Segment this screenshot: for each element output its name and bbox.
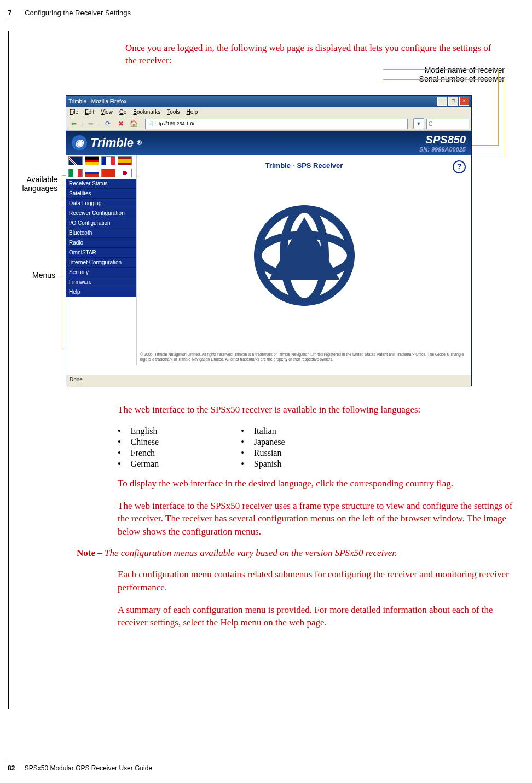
trimble-logo: ◉ Trimble® — [72, 135, 142, 150]
sidebar-item[interactable]: Receiver Status — [66, 179, 136, 189]
list-item: French — [118, 448, 159, 459]
languages-intro: The web interface to the SPSx50 receiver… — [118, 403, 516, 416]
sidebar-item[interactable]: Data Logging — [66, 199, 136, 208]
help-icon[interactable]: ? — [453, 160, 466, 173]
note-label: Note – — [77, 548, 105, 558]
minimize-button[interactable]: _ — [437, 97, 447, 106]
sidebar-item[interactable]: Radio — [66, 238, 136, 248]
toolbar: ⬅ · ➡ · ⟳ ✖ 🏠 📄 http://169.254.1.0/ ▼ G — [66, 117, 471, 131]
it-flag[interactable] — [68, 169, 83, 177]
es-flag[interactable] — [118, 156, 132, 165]
submenu-paragraph: Each configuration menu contains related… — [118, 568, 516, 594]
list-item: German — [118, 459, 159, 469]
page-number: 82 — [8, 764, 15, 772]
menu-tools[interactable]: Tools — [167, 109, 180, 115]
menu-list: Receiver StatusSatellitesData LoggingRec… — [66, 179, 136, 297]
menu-help[interactable]: Help — [187, 109, 198, 115]
callout-line — [62, 175, 62, 199]
window-title: Trimble - Mozilla Firefox — [68, 98, 126, 105]
menu-edit[interactable]: Edit — [85, 109, 94, 115]
svg-marker-3 — [269, 217, 340, 280]
flag-row-2 — [66, 167, 136, 179]
list-item: English — [118, 426, 159, 437]
language-list: EnglishChineseFrenchGerman ItalianJapane… — [118, 426, 532, 469]
jp-flag[interactable] — [118, 169, 132, 177]
list-item: Russian — [241, 448, 285, 459]
sidebar-item[interactable]: Internet Configuration — [66, 258, 136, 268]
status-bar: Done — [66, 375, 471, 387]
sidebar-item[interactable]: Bluetooth — [66, 228, 136, 238]
trimble-banner: ◉ Trimble® SPS850 SN: 9999A00025 — [66, 131, 471, 155]
footer-title: SPSx50 Modular GPS Receiver User Guide — [25, 764, 152, 772]
menu-bookmarks[interactable]: Bookmarks — [133, 109, 160, 115]
trimble-globe-logo — [250, 201, 359, 310]
sidebar-item[interactable]: Help — [66, 287, 136, 297]
page-footer: 82 SPSx50 Modular GPS Receiver User Guid… — [8, 761, 521, 772]
search-input[interactable]: G — [426, 119, 469, 129]
ru-flag[interactable] — [85, 169, 99, 177]
serial-label: SN: 9999A00025 — [419, 146, 466, 153]
de-flag[interactable] — [85, 156, 99, 165]
back-icon[interactable]: ⬅ — [68, 118, 79, 129]
callout-line — [498, 69, 499, 146]
page-icon: 📄 — [147, 121, 153, 126]
callout-serial-label: Serial number of receiver — [419, 74, 505, 83]
chapter-title: Configuring the Receiver Settings — [25, 9, 131, 17]
frame-paragraph: The web interface to the SPSx50 receiver… — [118, 500, 516, 538]
content-area: Trimble - SPS Receiver ? © 2005, Trimble… — [136, 155, 471, 365]
uk-flag[interactable] — [68, 156, 83, 165]
callout-line — [62, 207, 62, 349]
cn-flag[interactable] — [101, 169, 115, 177]
menu-go[interactable]: Go — [119, 109, 126, 115]
sidebar-item[interactable]: Security — [66, 268, 136, 277]
callout-model-serial: Model name of receiver Serial number of … — [419, 66, 505, 83]
home-icon[interactable]: 🏠 — [129, 118, 140, 129]
browser-viewport: ◉ Trimble® SPS850 SN: 9999A00025 Receive… — [66, 131, 471, 375]
callout-model-label: Model name of receiver — [419, 66, 505, 74]
url-text: http://169.254.1.0/ — [155, 121, 195, 126]
model-label: SPS850 — [419, 134, 466, 146]
sidebar-item[interactable]: OmniSTAR — [66, 248, 136, 258]
note-paragraph: Note – The configuration menus available… — [77, 548, 510, 559]
sidebar-item[interactable]: Satellites — [66, 189, 136, 199]
separator: · — [99, 121, 100, 127]
url-input[interactable]: 📄 http://169.254.1.0/ — [145, 119, 408, 129]
close-button[interactable]: × — [459, 97, 469, 106]
callout-line — [383, 79, 504, 80]
separator: · — [82, 121, 83, 127]
sidebar-item[interactable]: I/O Configuration — [66, 218, 136, 228]
titlebar[interactable]: Trimble - Mozilla Firefox _ □ × — [66, 96, 471, 107]
menubar: File Edit View Go Bookmarks Tools Help — [66, 107, 471, 117]
intro-paragraph: Once you are logged in, the following we… — [125, 42, 505, 67]
chapter-number: 7 — [8, 9, 11, 17]
search-icon: G — [429, 121, 433, 127]
callout-menus: Menus — [20, 271, 55, 280]
list-item: Chinese — [118, 437, 159, 448]
copyright-text: © 2005, Trimble Navigation Limited. All … — [140, 352, 468, 362]
list-item: Japanese — [241, 437, 285, 448]
stop-icon[interactable]: ✖ — [115, 118, 126, 129]
sidebar-item[interactable]: Firmware — [66, 277, 136, 287]
reload-icon[interactable]: ⟳ — [102, 118, 113, 129]
callout-line — [383, 69, 498, 70]
note-text: The configuration menus available vary b… — [105, 548, 397, 558]
brand-text: Trimble — [90, 136, 134, 150]
flag-row-1 — [66, 155, 136, 167]
page-header: 7 Configuring the Receiver Settings — [8, 8, 521, 21]
content-title: Trimble - SPS Receiver — [137, 155, 471, 170]
summary-paragraph: A summary of each configuration menu is … — [118, 604, 516, 630]
flag-paragraph: To display the web interface in the desi… — [118, 477, 516, 490]
status-text: Done — [70, 376, 83, 382]
callout-line — [504, 79, 504, 156]
callout-languages: Available languages — [14, 175, 57, 193]
maximize-button[interactable]: □ — [448, 97, 458, 106]
list-item: Italian — [241, 426, 285, 437]
forward-icon[interactable]: ➡ — [85, 118, 96, 129]
sidebar-item[interactable]: Receiver Configuration — [66, 208, 136, 218]
left-column: Receiver StatusSatellitesData LoggingRec… — [66, 155, 136, 365]
menu-file[interactable]: File — [70, 109, 78, 115]
fr-flag[interactable] — [101, 156, 115, 165]
menu-view[interactable]: View — [101, 109, 113, 115]
go-button[interactable]: ▼ — [413, 118, 424, 129]
browser-window: Trimble - Mozilla Firefox _ □ × File Edi… — [66, 95, 472, 386]
